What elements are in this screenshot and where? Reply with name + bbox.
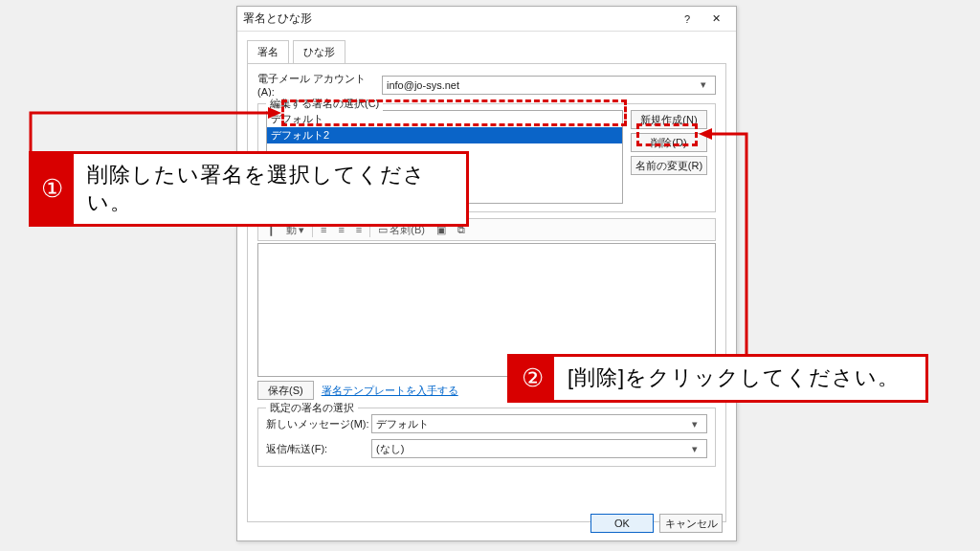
new-msg-label: 新しいメッセージ(M): (266, 417, 371, 431)
new-button[interactable]: 新規作成(N) (631, 110, 707, 129)
reply-value: (なし) (376, 442, 404, 456)
callout-1-text: 削除したい署名を選択してください。 (74, 154, 466, 224)
signature-item-1[interactable]: デフォルト2 (267, 127, 622, 143)
save-button[interactable]: 保存(S) (257, 381, 314, 400)
signature-buttons: 新規作成(N) 削除(D) 名前の変更(R) (631, 110, 707, 204)
get-templates-link[interactable]: 署名テンプレートを入手する (322, 384, 458, 398)
chevron-down-icon: ▾ (687, 418, 702, 430)
account-label: 電子メール アカウント(A): (257, 72, 382, 98)
new-msg-value: デフォルト (376, 417, 429, 431)
rename-button[interactable]: 名前の変更(R) (631, 156, 707, 175)
new-msg-select[interactable]: デフォルト ▾ (371, 414, 707, 433)
help-button[interactable]: ? (673, 9, 702, 30)
chevron-down-icon: ▾ (687, 443, 702, 455)
dialog-footer: OK キャンセル (590, 514, 723, 533)
ok-button[interactable]: OK (590, 514, 654, 533)
account-value: info@jo-sys.net (387, 79, 459, 91)
reply-label: 返信/転送(F): (266, 442, 371, 456)
signature-item-0[interactable]: デフォルト (267, 111, 622, 127)
tabstrip: 署名 ひな形 (247, 39, 726, 63)
default-signature-group: 既定の署名の選択 新しいメッセージ(M): デフォルト ▾ 返信/転送(F): … (257, 408, 716, 467)
default-legend: 既定の署名の選択 (266, 401, 358, 415)
help-icon: ? (684, 13, 690, 25)
callout-2-num: ② (510, 357, 554, 400)
callout-1-num: ① (32, 154, 74, 224)
tab-panel: 電子メール アカウント(A): info@jo-sys.net ▾ 編集する署名… (247, 63, 726, 522)
edit-legend: 編集する署名の選択(C) (266, 97, 383, 111)
chevron-down-icon: ▾ (696, 78, 711, 91)
callout-1: ① 削除したい署名を選択してください。 (29, 151, 469, 227)
titlebar: 署名とひな形 ? ✕ (237, 7, 736, 32)
close-icon: ✕ (712, 12, 721, 25)
reply-select[interactable]: (なし) ▾ (371, 439, 707, 458)
close-button[interactable]: ✕ (702, 9, 730, 30)
callout-2: ② [削除]をクリックしてください。 (507, 354, 928, 403)
tab-stationery[interactable]: ひな形 (293, 40, 345, 63)
cancel-button[interactable]: キャンセル (659, 514, 723, 533)
delete-button[interactable]: 削除(D) (631, 133, 707, 152)
tab-signature[interactable]: 署名 (247, 40, 289, 64)
callout-2-text: [削除]をクリックしてください。 (554, 357, 913, 400)
dialog-title: 署名とひな形 (243, 11, 673, 27)
account-row: 電子メール アカウント(A): info@jo-sys.net ▾ (257, 72, 716, 98)
account-select[interactable]: info@jo-sys.net ▾ (382, 76, 716, 95)
dialog-signature: 署名とひな形 ? ✕ 署名 ひな形 電子メール アカウント(A): info@j… (236, 6, 737, 541)
